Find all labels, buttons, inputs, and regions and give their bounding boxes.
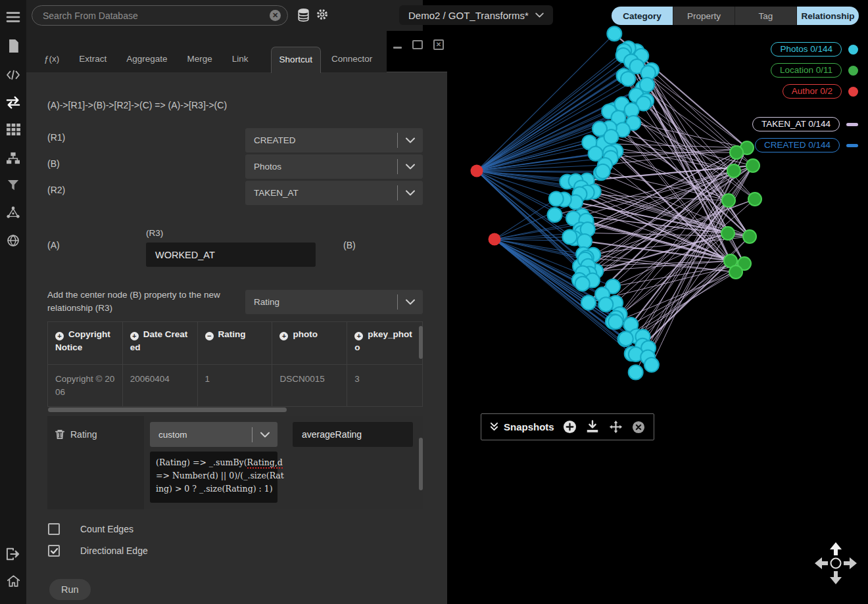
legend-item[interactable]: Author 0/2: [783, 84, 858, 99]
a-label: (A): [47, 240, 60, 250]
search-bar[interactable]: ✕: [32, 5, 288, 26]
mode-value: custom: [150, 430, 252, 440]
maximize-icon[interactable]: [412, 40, 423, 49]
settings-gear-icon[interactable]: [316, 8, 329, 24]
tab-link[interactable]: Link: [232, 54, 249, 72]
plus-circle-icon[interactable]: +: [130, 332, 139, 340]
menu-icon[interactable]: [0, 5, 26, 29]
checkbox-checked-icon[interactable]: [48, 545, 60, 557]
tab-category[interactable]: Category: [612, 7, 673, 25]
graph-legend: Photos 0/144Location 0/11Author 0/2TAKEN…: [752, 42, 858, 152]
pan-center-button[interactable]: [831, 559, 841, 569]
mode-dropdown[interactable]: custom: [150, 422, 277, 447]
code-box[interactable]: (Rating) => _.sumBy(Rating,d=> Number(d)…: [150, 452, 277, 503]
legend-pill[interactable]: CREATED 0/144: [755, 138, 840, 152]
table-horizontal-scrollbar[interactable]: [48, 407, 287, 412]
table-header-cell[interactable]: −Rating: [198, 322, 273, 364]
tab-relationship[interactable]: Relationship: [797, 7, 859, 25]
table-header-cell[interactable]: +Date Created: [123, 322, 198, 364]
checkbox-label: Directional Edge: [80, 546, 148, 556]
globe-icon[interactable]: [0, 229, 26, 252]
code-line: => Number(d) || 0)/(_.size(Rat: [156, 469, 272, 482]
table-cell: Copyright © 2006: [48, 365, 123, 406]
table-cell: 1: [198, 365, 273, 406]
document-icon[interactable]: [0, 34, 26, 58]
tab-tag[interactable]: Tag: [735, 7, 797, 25]
run-button[interactable]: Run: [49, 579, 91, 600]
legend-pill[interactable]: Author 0/2: [783, 84, 842, 99]
minimize-icon[interactable]: [393, 47, 402, 49]
tab-fx[interactable]: ƒ(x): [44, 54, 59, 72]
table-header-cell[interactable]: +Copyright Notice: [48, 322, 123, 364]
output-name-input[interactable]: averageRating: [293, 422, 413, 447]
table-cell: 20060404: [123, 365, 198, 406]
home-icon[interactable]: [0, 569, 26, 593]
legend-pill[interactable]: TAKEN_AT 0/144: [752, 117, 840, 131]
transform-icon[interactable]: [0, 91, 26, 114]
legend-pill[interactable]: Location 0/11: [771, 63, 842, 78]
minus-circle-icon[interactable]: −: [205, 332, 214, 340]
property-table: +Copyright Notice+Date Created−Rating+ph…: [47, 321, 423, 407]
download-icon[interactable]: [585, 420, 600, 434]
legend-swatch-dot: [848, 45, 858, 55]
legend-item[interactable]: Location 0/11: [771, 63, 858, 78]
graph-canvas[interactable]: Photos 0/144Location 0/11Author 0/2TAKEN…: [447, 0, 868, 604]
plus-circle-icon[interactable]: +: [55, 332, 64, 340]
r2-value: TAKEN_AT: [245, 188, 397, 198]
b-dropdown[interactable]: Photos: [245, 154, 423, 179]
hierarchy-icon[interactable]: [0, 147, 26, 170]
legend-item[interactable]: CREATED 0/144: [755, 138, 858, 152]
code-icon[interactable]: [0, 63, 26, 87]
pan-up-arrow[interactable]: [830, 542, 842, 555]
checkbox-unchecked-icon[interactable]: [48, 523, 60, 535]
search-input[interactable]: [41, 10, 270, 22]
tab-aggregate[interactable]: Aggregate: [126, 54, 167, 72]
add-snapshot-icon[interactable]: [563, 420, 577, 434]
window-controls: ✕: [393, 39, 444, 50]
table-vertical-scrollbar[interactable]: [419, 326, 423, 359]
rating-editor: Rating custom (Rating) => _.sumBy(Rating…: [47, 416, 423, 509]
pan-right-arrow[interactable]: [844, 557, 857, 569]
tab-property[interactable]: Property: [673, 7, 735, 25]
code-line: (Rating) => _.sumBy(Rating,d: [156, 456, 272, 469]
snapshots-bar[interactable]: Snapshots: [481, 413, 654, 440]
legend-pill[interactable]: Photos 0/144: [771, 42, 842, 57]
table-header-cell[interactable]: +pkey_photo: [347, 322, 422, 364]
legend-swatch-dot: [848, 87, 858, 97]
code-line: ing) > 0 ? _.size(Rating) : 1): [156, 482, 272, 496]
tab-shortcut[interactable]: Shortcut: [271, 47, 321, 73]
move-icon[interactable]: [608, 419, 623, 434]
pan-down-arrow[interactable]: [830, 571, 842, 584]
trash-icon[interactable]: [55, 429, 64, 440]
property-dropdown[interactable]: Rating: [245, 290, 423, 314]
chevron-down-icon: [397, 185, 423, 200]
tab-connector[interactable]: Connector: [331, 54, 372, 72]
checkbox-row-count-edges[interactable]: Count Edges: [48, 523, 133, 535]
filter-icon[interactable]: [0, 174, 26, 197]
b-value: Photos: [245, 162, 397, 172]
pan-left-arrow[interactable]: [815, 557, 828, 569]
tab-extract[interactable]: Extract: [79, 54, 107, 72]
legend-item[interactable]: Photos 0/144: [771, 42, 858, 57]
clear-search-icon[interactable]: ✕: [270, 10, 281, 21]
collapse-icon[interactable]: [490, 422, 498, 432]
document-title-menu[interactable]: Demo2 / GOT_Transforms*: [399, 5, 553, 25]
tab-merge[interactable]: Merge: [187, 54, 212, 72]
checkbox-row-directional-edge[interactable]: Directional Edge: [48, 545, 148, 557]
chevron-down-icon: [397, 294, 423, 310]
close-window-icon[interactable]: ✕: [433, 39, 444, 50]
plus-circle-icon[interactable]: +: [279, 332, 288, 340]
legend-item[interactable]: TAKEN_AT 0/144: [752, 117, 858, 131]
r1-dropdown[interactable]: CREATED: [245, 128, 423, 152]
sign-out-icon[interactable]: [0, 542, 26, 566]
network-icon[interactable]: [0, 200, 26, 224]
plus-circle-icon[interactable]: +: [354, 332, 363, 340]
legend-swatch-dot: [848, 66, 858, 76]
database-icon[interactable]: [297, 9, 310, 24]
table-icon[interactable]: [0, 118, 26, 141]
r2-dropdown[interactable]: TAKEN_AT: [245, 181, 423, 205]
editor-vertical-scrollbar[interactable]: [419, 438, 423, 490]
table-header-cell[interactable]: +photo: [272, 322, 347, 364]
r3-name-input[interactable]: WORKED_AT: [146, 243, 316, 267]
close-snapshots-icon[interactable]: [632, 421, 645, 434]
